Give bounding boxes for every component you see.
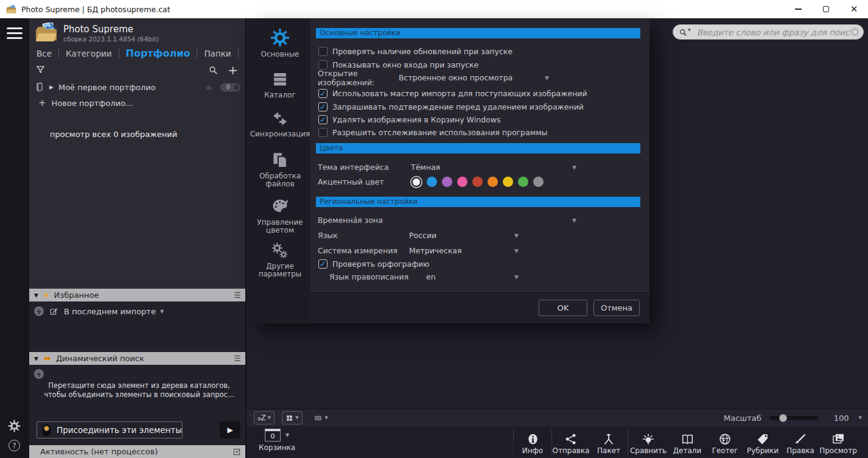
favorites-header[interactable]: ▼ ★ Избранное ☰ (29, 289, 245, 301)
expand-arrow-icon[interactable]: ▶ (49, 84, 54, 90)
accent-swatch-white[interactable] (413, 178, 420, 186)
add-search-item-icon[interactable]: + (34, 369, 44, 379)
view-all-link[interactable]: просмотр всех 0 изображений (29, 130, 245, 139)
check-updates-row[interactable]: Проверять наличие обновлений при запуске (310, 47, 649, 56)
basket-icon[interactable]: 0 (265, 429, 281, 442)
toolbar-details[interactable]: Детали (668, 429, 706, 455)
checkbox[interactable] (318, 128, 327, 137)
dropdown-arrow-icon[interactable]: ▼ (545, 75, 549, 81)
toolbar-compare[interactable]: Сравнить (628, 429, 668, 455)
new-portfolio-button[interactable]: + Новое портфолио... (29, 97, 245, 108)
checkbox[interactable] (318, 89, 327, 98)
settings-tab-catalog[interactable]: Каталог (250, 70, 310, 100)
spellcheck-row[interactable]: Проверять орфографию (310, 259, 649, 269)
edit-icon[interactable] (49, 307, 58, 316)
accent-swatch-green[interactable] (518, 177, 528, 187)
sort-dropdown-icon[interactable]: ▼ (268, 415, 271, 420)
maximize-button[interactable] (812, 0, 840, 18)
accent-swatch-purple[interactable] (442, 177, 452, 187)
search-magnifier-icon[interactable] (679, 28, 687, 37)
portfolio-tree-item[interactable]: ▶ Моё первое портфолио 0 (29, 82, 245, 92)
zoom-slider-knob[interactable] (779, 414, 787, 422)
checkbox[interactable] (318, 115, 327, 124)
dropdown-arrow-icon[interactable]: ▼ (514, 233, 519, 239)
toolbar-batch[interactable]: Пакет (590, 429, 628, 455)
measurement-select[interactable]: Метрическая (409, 246, 462, 255)
overlay-info-button[interactable]: ▼ (310, 411, 331, 425)
settings-gear-icon[interactable] (8, 420, 21, 432)
view-mode-button[interactable]: ▼ (282, 411, 302, 425)
collapse-triangle-icon[interactable]: ▼ (34, 356, 38, 362)
import-wizard-row[interactable]: Использовать мастер импорта для поступаю… (310, 89, 649, 98)
view-dropdown-icon[interactable]: ▼ (295, 415, 298, 420)
help-icon[interactable]: ? (9, 440, 20, 451)
tab-all[interactable]: Все (37, 49, 58, 58)
sort-button[interactable]: aaZZ ▼ (254, 411, 275, 425)
cancel-button[interactable]: Отмена (593, 300, 640, 316)
language-select[interactable]: России (409, 231, 436, 240)
main-menu-icon[interactable] (7, 27, 23, 39)
checkbox[interactable] (318, 259, 327, 269)
toolbar-rubrics[interactable]: Рубрики (744, 429, 782, 455)
toolbar-share[interactable]: Отправка (552, 429, 590, 455)
search-options-icon[interactable]: ▼ (688, 27, 691, 32)
last-import-item[interactable]: В последнем импорте (64, 307, 156, 316)
dropdown-arrow-icon[interactable]: ▼ (514, 248, 519, 254)
close-button[interactable]: ✕ (840, 0, 868, 18)
count-badge[interactable]: 0 (220, 83, 240, 91)
dropdown-arrow-icon[interactable]: ▼ (572, 217, 576, 224)
settings-tab-file-handling[interactable]: Обработка файлов (250, 151, 310, 189)
basket-dropdown-icon[interactable]: ▼ (285, 432, 289, 438)
usage-tracking-row[interactable]: Разрешить отслеживание использования про… (310, 128, 649, 137)
badge-dot (234, 85, 239, 90)
toolbar-geotag[interactable]: Геотег (706, 429, 744, 455)
theme-select[interactable]: Тёмная (411, 163, 440, 172)
portfolio-item-label[interactable]: Моё первое портфолио (58, 83, 156, 92)
filter-icon[interactable] (35, 65, 46, 75)
tab-folders[interactable]: Папки (197, 49, 237, 58)
minimize-button[interactable] (784, 0, 812, 18)
activity-popout-icon[interactable] (233, 448, 241, 456)
checkbox[interactable] (318, 47, 327, 56)
search-input[interactable] (697, 27, 850, 37)
search-bar[interactable]: ▼ ✕ (673, 24, 864, 40)
collapse-triangle-icon[interactable]: ▼ (34, 292, 38, 298)
open-images-select[interactable]: Встроенное окно просмотра (399, 73, 513, 82)
accent-swatch-gray[interactable] (533, 177, 544, 187)
run-search-button[interactable]: ▶ (220, 421, 240, 439)
join-elements-button[interactable]: Присоединить эти элементы (37, 421, 183, 439)
toolbar-view[interactable]: Просмотр (819, 429, 857, 455)
panel-menu-icon[interactable]: ☰ (234, 291, 240, 300)
accent-swatch-orange[interactable] (488, 177, 498, 187)
accent-swatch-blue[interactable] (427, 177, 437, 187)
basket-control[interactable]: 0 ▼ Корзинка (259, 429, 295, 452)
item-dropdown-icon[interactable]: ▼ (160, 309, 164, 314)
toolbar-edit[interactable]: Правка (782, 429, 819, 455)
panel-menu-icon[interactable]: ☰ (234, 354, 240, 363)
dropdown-arrow-icon[interactable]: ▼ (572, 164, 576, 171)
settings-tab-other[interactable]: Другие параметры (250, 242, 310, 279)
confirm-delete-row[interactable]: Запрашивать подтверждение перед удаление… (310, 102, 649, 111)
settings-tab-color-management[interactable]: Управление цветом (250, 197, 310, 235)
zoom-dropdown-icon[interactable]: ▼ (859, 415, 862, 420)
dropdown-arrow-icon[interactable]: ▼ (514, 274, 519, 280)
settings-tab-sync[interactable]: Синхронизация (250, 110, 310, 139)
dynamic-search-header[interactable]: ▼ Динамический поиск ☰ (29, 352, 245, 365)
search-icon[interactable] (208, 65, 218, 75)
accent-swatch-red[interactable] (472, 177, 483, 187)
settings-tab-general[interactable]: Основные (250, 28, 310, 59)
accent-swatch-yellow[interactable] (503, 177, 513, 187)
add-icon[interactable]: + (228, 65, 238, 75)
recycle-bin-row[interactable]: Удалять изображения в Корзину Windows (310, 115, 649, 124)
accent-swatch-pink[interactable] (457, 177, 467, 187)
overlay-dropdown-icon[interactable]: ▼ (325, 415, 328, 420)
toolbar-info[interactable]: Инфо (514, 429, 551, 455)
tab-portfolio[interactable]: Портфолио (119, 48, 197, 59)
zoom-slider[interactable] (769, 416, 818, 420)
tab-categories[interactable]: Категории (59, 49, 119, 58)
clear-search-icon[interactable]: ✕ (850, 27, 859, 37)
checkbox[interactable] (318, 102, 327, 111)
spell-language-select[interactable]: en (426, 272, 436, 281)
add-favorite-icon[interactable]: + (34, 306, 44, 316)
ok-button[interactable]: OK (539, 300, 587, 316)
